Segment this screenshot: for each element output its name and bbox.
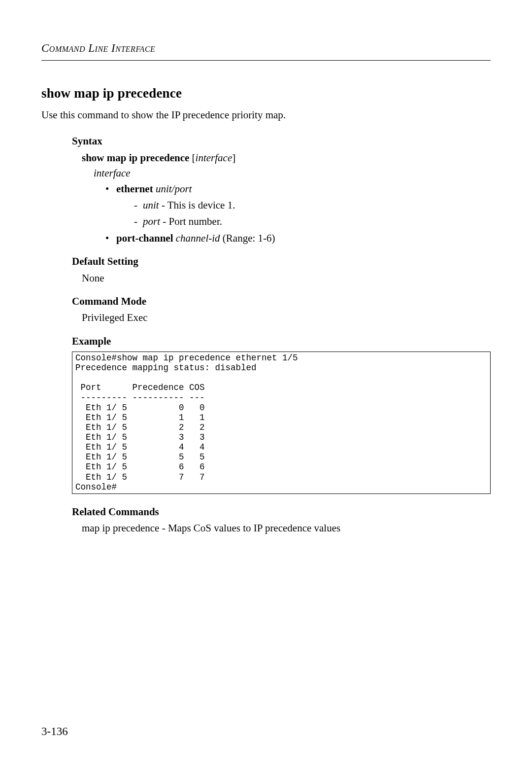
command-intro: Use this command to show the IP preceden… — [41, 108, 491, 122]
ethernet-args: unit/port — [156, 183, 192, 195]
example-heading: Example — [72, 334, 491, 349]
running-header: Command Line Interface — [41, 40, 491, 56]
page-container: Command Line Interface show map ip prece… — [0, 0, 532, 774]
ethernet-option: ethernet unit/port unit - This is device… — [104, 182, 491, 229]
example-code-block: Console#show map ip precedence ethernet … — [72, 352, 491, 494]
syntax-interface-word: interface — [94, 166, 491, 180]
unit-label: unit — [143, 199, 159, 211]
port-item: port - Port number. — [132, 214, 491, 229]
ethernet-label: ethernet — [116, 183, 153, 195]
interface-options-list: ethernet unit/port unit - This is device… — [104, 182, 491, 246]
default-setting-heading: Default Setting — [72, 254, 491, 269]
command-title: show map ip precedence — [41, 84, 491, 103]
portchannel-range: (Range: 1-6) — [220, 232, 275, 244]
port-label: port — [143, 215, 160, 227]
related-commands-value: map ip precedence - Maps CoS values to I… — [82, 521, 491, 535]
unit-item: unit - This is device 1. — [132, 198, 491, 212]
command-mode-heading: Command Mode — [72, 294, 491, 309]
related-commands-heading: Related Commands — [72, 505, 491, 519]
syntax-heading: Syntax — [72, 134, 491, 148]
header-rule — [41, 60, 491, 61]
portchannel-label: port-channel — [116, 232, 173, 244]
ethernet-sublist: unit - This is device 1. port - Port num… — [132, 198, 491, 229]
port-desc: - Port number. — [160, 215, 222, 227]
syntax-bracket-close: ] — [232, 152, 235, 164]
syntax-interface-arg: interface — [196, 152, 233, 164]
syntax-command-line: show map ip precedence [interface] — [82, 151, 491, 165]
unit-desc: - This is device 1. — [159, 199, 235, 211]
page-number: 3-136 — [41, 724, 68, 739]
syntax-cmd-name: show map ip precedence — [82, 152, 189, 164]
default-setting-value: None — [82, 271, 491, 285]
portchannel-arg: channel-id — [176, 232, 220, 244]
portchannel-option: port-channel channel-id (Range: 1-6) — [104, 231, 491, 246]
syntax-bracket-open: [ — [189, 152, 195, 164]
command-mode-value: Privileged Exec — [82, 311, 491, 325]
